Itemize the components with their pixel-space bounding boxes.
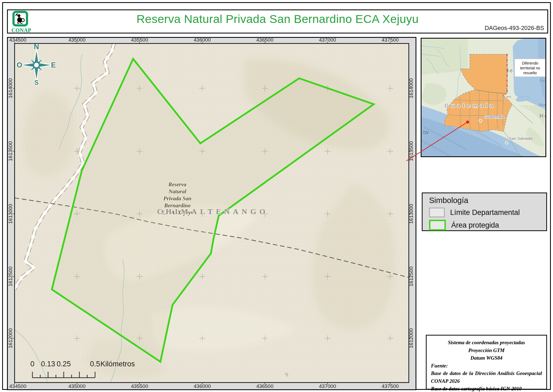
scale-tick-label: 0.25 (57, 360, 71, 368)
coordinate-label: 1612500 (8, 266, 13, 286)
coordinate-label: 437000 (319, 37, 336, 43)
coordinate-label: 1614000 (408, 78, 414, 98)
conap-wordmark: CONAP (11, 27, 32, 33)
capital-city-label: Guatemala (484, 114, 504, 119)
coordinate-label: 437000 (319, 383, 336, 389)
credit-line: Proyección GTM (431, 347, 542, 354)
route-label: 721 (423, 130, 429, 135)
coordinate-label: 1612500 (408, 266, 414, 286)
conap-logo-frame (12, 11, 28, 26)
conap-logo: CONAP (11, 11, 32, 33)
reserve-name-line: Privada San (163, 195, 191, 201)
coordinate-label: 1612000 (8, 328, 13, 348)
header-box: Reserva Natural Privada San Bernardino E… (7, 9, 548, 33)
compass-north-label: N (34, 43, 39, 51)
credit-line: Fuente: (431, 362, 542, 370)
legend-item-departmental: Límite Departamental (429, 208, 541, 217)
reserve-name-line: Reserva (168, 181, 186, 187)
coordinate-label: 437500 (382, 37, 399, 43)
credits-box: Sistema de coordenadas proyectadas Proye… (426, 335, 547, 390)
coordinate-label: 434500 (9, 37, 26, 43)
scale-tick-label: 0.13 (41, 360, 55, 368)
credit-line: Base de datos de la Dirección Análisis G… (431, 370, 542, 377)
page-title: Reserva Natural Privada San Bernardino E… (8, 12, 547, 26)
coordinate-label: 434500 (9, 383, 26, 389)
coordinate-label: 435000 (68, 383, 85, 389)
coordinate-label: 435000 (68, 37, 85, 43)
honduras-label: Ho (539, 113, 546, 119)
coordinate-label: 436000 (194, 383, 211, 389)
map-canvas: N E O S Reserva Natural Privada San Bern… (15, 43, 410, 383)
main-map: N E O S Reserva Natural Privada San Bern… (7, 37, 416, 390)
doc-id-label: DAGeos-493-2026-BS (485, 25, 544, 32)
territorial-note-line: territorial no (520, 66, 540, 70)
credit-line: Datum WGS84 (431, 354, 542, 362)
territorial-note-line: resuelto (523, 71, 537, 75)
inset-map: Be (421, 38, 546, 157)
monkey-icon (15, 13, 26, 24)
coordinate-label: 1614000 (8, 78, 13, 98)
sea-label-gulf: Gu (540, 78, 545, 82)
legend-swatch-protected (429, 220, 446, 231)
reserve-name-line: Natural (168, 188, 186, 194)
territorial-note-line: Diferendo (522, 61, 538, 65)
credit-line: Sistema de coordenadas proyectadas (431, 339, 542, 347)
coordinate-label: 1613500 (8, 141, 13, 161)
territorial-note: Diferendo territorial no resuelto (515, 59, 545, 77)
san-salvador-dot (505, 141, 508, 144)
scale-tick-label: 0.5 (90, 360, 100, 368)
legend-label: Área protegida (451, 221, 499, 229)
coordinate-label: 435500 (131, 383, 148, 389)
coordinate-label: 1612000 (408, 328, 414, 348)
coordinate-label: 436500 (256, 383, 273, 389)
legend-title: Simbología (429, 196, 541, 205)
capital-city-dot (479, 119, 482, 122)
coordinate-label: 437500 (382, 383, 399, 389)
coordinate-label: 1613500 (408, 141, 414, 161)
department-name-label: CHIMALTENANGO (157, 207, 268, 216)
san-salvador-label: San Salvador (509, 136, 533, 141)
credit-line: CONAP 2026 (431, 377, 542, 385)
compass-east-label: E (51, 61, 56, 69)
coordinate-label: 436000 (194, 37, 211, 43)
scale-unit-label: Kilómetros (100, 360, 135, 368)
sea-label-honduras: Hond (538, 103, 546, 107)
credit-line: Base de datos cartografía básica IGN 201… (431, 385, 542, 392)
coordinate-label: 436500 (256, 37, 273, 43)
compass-west-label: O (16, 61, 22, 69)
coordinate-label: 1613000 (8, 204, 13, 224)
coordinate-label: 1613000 (408, 204, 414, 224)
compass-south-label: S (34, 79, 38, 86)
legend-swatch-departmental (429, 208, 445, 217)
map-document: Reserva Natural Privada San Bernardino E… (0, 0, 553, 392)
legend-box: Simbología Límite Departamental Área pro… (422, 192, 547, 231)
legend-label: Límite Departamental (450, 208, 520, 217)
coordinate-label: 435500 (131, 37, 148, 43)
guatemala-country-label: Guatemala (444, 102, 495, 109)
scale-tick-label: 0 (30, 360, 34, 368)
legend-item-protected: Área protegida (429, 220, 541, 231)
